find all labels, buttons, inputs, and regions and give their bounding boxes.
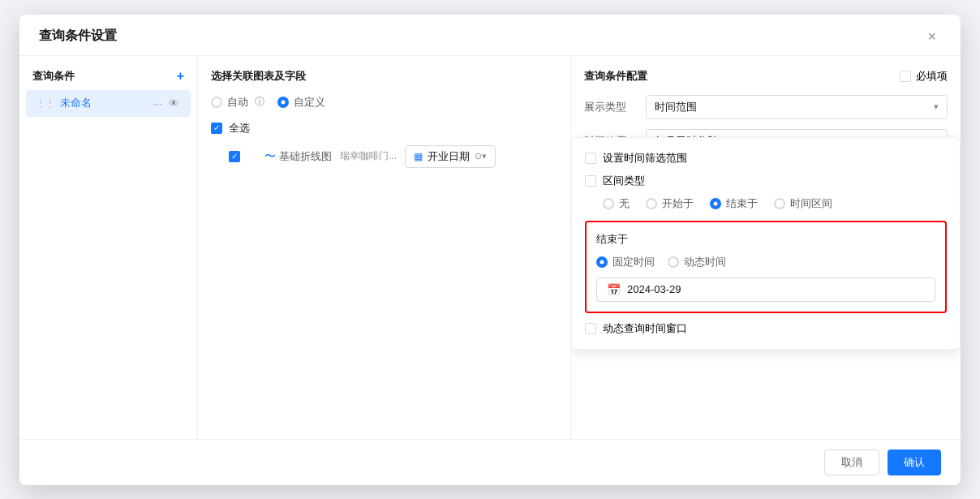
popup-filter-checkbox[interactable]: [585, 153, 596, 164]
select-all-checkbox-icon: [211, 123, 222, 134]
radio-fixed-time[interactable]: 固定时间: [596, 255, 655, 269]
chevron-down-icon: ⊙▾: [475, 151, 487, 161]
select-all-label: 全选: [229, 121, 250, 136]
radio-dynamic-label: 动态时间: [684, 255, 726, 269]
radio-custom-label: 自定义: [294, 95, 325, 110]
radio-start[interactable]: 开始于: [646, 196, 694, 211]
field-name-label: 开业日期: [428, 149, 470, 164]
cancel-button[interactable]: 取消: [824, 450, 879, 475]
radio-end[interactable]: 结束于: [710, 196, 758, 211]
right-panel-title: 查询条件配置: [584, 69, 647, 84]
radio-none-label: 无: [619, 196, 630, 211]
right-panel-header: 查询条件配置 必填项: [584, 69, 948, 84]
info-icon: ⓘ: [255, 95, 264, 109]
required-label: 必填项: [916, 69, 948, 84]
radio-end-label: 结束于: [726, 196, 758, 211]
field-selector-dropdown[interactable]: ▦ 开业日期 ⊙▾: [405, 145, 496, 168]
date-value: 2024-03-29: [627, 283, 681, 295]
select-all-checkbox[interactable]: 全选: [211, 121, 557, 136]
datasource-label: 瑞幸咖啡门...: [340, 149, 397, 163]
display-type-label: 展示类型: [584, 100, 636, 114]
radio-none[interactable]: 无: [603, 196, 630, 211]
dialog-body: 查询条件 + ⋮⋮ 未命名 ··· 👁 选择关联图表及字段 自动 ⓘ: [19, 56, 961, 439]
dialog-footer: 取消 确认: [19, 439, 961, 485]
query-condition-dialog: 查询条件设置 × 查询条件 + ⋮⋮ 未命名 ··· 👁 选择关联图表及字段: [19, 15, 961, 485]
required-checkbox-row: 必填项: [900, 69, 948, 84]
radio-custom-circle: [277, 97, 289, 108]
display-type-select[interactable]: 时间范围 ▾: [646, 95, 948, 119]
radio-auto-label: 自动: [227, 95, 248, 110]
more-icon[interactable]: ···: [152, 96, 164, 111]
popup-filter-range-row: 设置时间筛选范围: [585, 151, 947, 166]
interval-type-radios: 无 开始于 结束于 时间区间: [603, 196, 947, 211]
calendar-field-icon: ▦: [414, 151, 423, 162]
date-input[interactable]: 📅 2024-03-29: [596, 277, 935, 302]
popup-interval-checkbox[interactable]: [585, 175, 596, 187]
middle-panel-title: 选择关联图表及字段: [211, 69, 557, 84]
radio-dynamic-time[interactable]: 动态时间: [668, 255, 726, 269]
radio-interval-circle: [774, 198, 785, 209]
calendar-icon: 📅: [607, 283, 621, 296]
dynamic-window-label: 动态查询时间窗口: [603, 321, 687, 336]
radio-fixed-circle: [596, 256, 608, 268]
radio-end-circle: [710, 198, 721, 209]
field-item: 〜 基础折线图 瑞幸咖啡门... ▦ 开业日期 ⊙▾: [229, 145, 557, 168]
radio-auto[interactable]: 自动 ⓘ: [211, 95, 264, 110]
field-checkbox[interactable]: [229, 151, 240, 162]
right-panel: 查询条件配置 必填项 展示类型 时间范围 ▾ 时间粒度 年月日时分秒 ▾: [571, 56, 961, 439]
dialog-header: 查询条件设置 ×: [19, 15, 961, 56]
left-panel-header: 查询条件 +: [19, 66, 197, 90]
radio-interval-label: 时间区间: [790, 196, 832, 211]
dynamic-window-row: 动态查询时间窗口: [585, 321, 947, 336]
radio-fixed-label: 固定时间: [612, 255, 655, 269]
close-button[interactable]: ×: [922, 28, 941, 45]
popup-interval-label: 区间类型: [603, 174, 645, 188]
dialog-title: 查询条件设置: [39, 28, 117, 45]
select-arrow-icon: ▾: [934, 101, 939, 112]
condition-item-label: 未命名: [60, 96, 147, 110]
popup-filter-label: 设置时间筛选范围: [603, 151, 687, 166]
add-condition-button[interactable]: +: [177, 69, 184, 84]
required-checkbox-icon[interactable]: [900, 71, 911, 82]
display-type-row: 展示类型 时间范围 ▾: [584, 95, 948, 119]
drag-handle-icon: ⋮⋮: [36, 97, 55, 109]
end-at-section: 结束于 固定时间 动态时间 📅 2024-03-29: [585, 221, 947, 313]
radio-dynamic-circle: [668, 256, 679, 268]
line-chart-icon: 〜: [264, 149, 276, 164]
field-checkbox-row: 〜 基础折线图 瑞幸咖啡门... ▦ 开业日期 ⊙▾: [229, 145, 557, 168]
radio-start-circle: [646, 198, 657, 209]
radio-interval[interactable]: 时间区间: [774, 196, 832, 211]
condition-actions: ··· 👁: [152, 96, 181, 111]
condition-list-item[interactable]: ⋮⋮ 未命名 ··· 👁: [26, 90, 191, 117]
field-row: 〜 基础折线图 瑞幸咖啡门... ▦ 开业日期 ⊙▾: [264, 145, 496, 168]
fixed-dynamic-radios: 固定时间 动态时间: [596, 255, 935, 269]
eye-icon[interactable]: 👁: [167, 96, 181, 111]
dynamic-window-checkbox[interactable]: [585, 323, 596, 334]
radio-custom[interactable]: 自定义: [277, 95, 325, 110]
confirm-button[interactable]: 确认: [888, 450, 941, 475]
chart-name-label: 基础折线图: [279, 149, 332, 164]
end-section-title: 结束于: [596, 232, 935, 247]
display-type-value: 时间范围: [655, 100, 697, 114]
radio-start-label: 开始于: [662, 196, 694, 211]
middle-panel: 选择关联图表及字段 自动 ⓘ 自定义 全选: [198, 56, 571, 439]
left-panel: 查询条件 + ⋮⋮ 未命名 ··· 👁: [19, 56, 198, 439]
radio-none-circle: [603, 198, 614, 209]
radio-auto-circle: [211, 97, 222, 108]
mode-radio-group: 自动 ⓘ 自定义: [211, 95, 557, 110]
chart-name: 〜 基础折线图: [264, 149, 332, 164]
popup-interval-row: 区间类型: [585, 174, 947, 188]
left-panel-title: 查询条件: [32, 69, 75, 84]
dropdown-popup: 设置时间筛选范围 区间类型 无 开始于: [571, 137, 961, 350]
